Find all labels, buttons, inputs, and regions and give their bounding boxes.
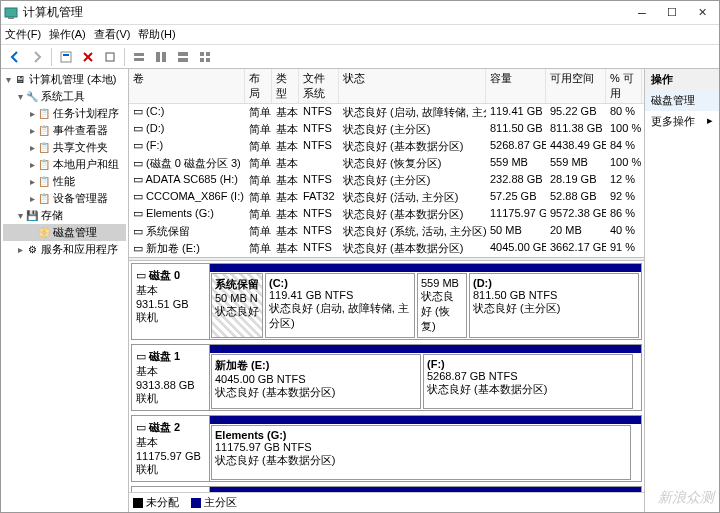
partition[interactable]: 新加卷 (E:)4045.00 GB NTFS状态良好 (基本数据分区): [211, 354, 421, 409]
volume-icon: ▭: [133, 242, 143, 254]
tree-disk-management[interactable]: 📀磁盘管理: [3, 224, 126, 241]
disk-info[interactable]: ▭ 磁盘 1基本9313.88 GB联机: [132, 345, 210, 410]
view3-button[interactable]: [173, 47, 193, 67]
svg-rect-1: [8, 17, 14, 19]
window: 计算机管理 ─ ☐ ✕ 文件(F) 操作(A) 查看(V) 帮助(H) ▾🖥计算…: [0, 0, 720, 513]
volume-row[interactable]: ▭ ADATA SC685 (H:)简单基本NTFS状态良好 (主分区)232.…: [129, 172, 644, 189]
volume-row[interactable]: ▭ 系统保留简单基本NTFS状态良好 (系统, 活动, 主分区)50 MB20 …: [129, 223, 644, 240]
main: ▾🖥计算机管理 (本地) ▾🔧系统工具 ▸📋任务计划程序▸📋事件查看器▸📋共享文…: [1, 69, 719, 512]
svg-rect-9: [178, 52, 188, 56]
volume-row[interactable]: ▭ CCCOMA_X86F (I:)简单基本FAT32状态良好 (活动, 主分区…: [129, 189, 644, 206]
center-panel: 卷布局类型文件系统状态容量可用空间% 可用 ▭ (C:)简单基本NTFS状态良好…: [129, 69, 644, 512]
item-icon: 📋: [37, 158, 51, 172]
partition[interactable]: 559 MB状态良好 (恢复): [417, 273, 467, 338]
titlebar: 计算机管理 ─ ☐ ✕: [1, 1, 719, 25]
disk-icon: ▭ 磁盘 0: [136, 268, 205, 283]
close-button[interactable]: ✕: [687, 3, 717, 23]
partition[interactable]: 系统保留50 MB N状态良好: [211, 273, 263, 338]
legend-primary-swatch: [191, 498, 201, 508]
maximize-button[interactable]: ☐: [657, 3, 687, 23]
col-header[interactable]: 状态: [339, 69, 486, 103]
tree-item[interactable]: ▸📋性能: [3, 173, 126, 190]
tree-item[interactable]: ▸📋共享文件夹: [3, 139, 126, 156]
svg-rect-5: [134, 53, 144, 56]
item-icon: 📋: [37, 141, 51, 155]
tree-system-tools[interactable]: ▾🔧系统工具: [3, 88, 126, 105]
tree-storage[interactable]: ▾💾存储: [3, 207, 126, 224]
minimize-button[interactable]: ─: [627, 3, 657, 23]
disk-graphical: ▭ 磁盘 0基本931.51 GB联机系统保留50 MB N状态良好(C:)11…: [129, 261, 644, 492]
toolbar: [1, 45, 719, 69]
menubar: 文件(F) 操作(A) 查看(V) 帮助(H): [1, 25, 719, 45]
actions-more[interactable]: 更多操作▸: [645, 111, 719, 132]
volume-icon: ▭: [133, 139, 143, 151]
svg-rect-2: [61, 52, 71, 62]
svg-rect-4: [106, 53, 114, 61]
disk-info[interactable]: ▭ 磁盘 2基本11175.97 GB联机: [132, 416, 210, 481]
refresh-button[interactable]: [100, 47, 120, 67]
volume-icon: ▭: [133, 173, 143, 185]
properties-button[interactable]: [56, 47, 76, 67]
volume-row[interactable]: ▭ (C:)简单基本NTFS状态良好 (启动, 故障转储, 主分区)119.41…: [129, 104, 644, 121]
window-buttons: ─ ☐ ✕: [627, 3, 717, 23]
tree-item[interactable]: ▸📋设备管理器: [3, 190, 126, 207]
tree-item[interactable]: ▸📋任务计划程序: [3, 105, 126, 122]
partition[interactable]: (F:)5268.87 GB NTFS状态良好 (基本数据分区): [423, 354, 633, 409]
item-icon: 📋: [37, 175, 51, 189]
tree-item[interactable]: ▸📋本地用户和组: [3, 156, 126, 173]
volume-icon: ▭: [133, 122, 143, 134]
volume-icon: ▭: [133, 207, 143, 219]
volume-row[interactable]: ▭ (磁盘 0 磁盘分区 3)简单基本状态良好 (恢复分区)559 MB559 …: [129, 155, 644, 172]
storage-icon: 💾: [25, 209, 39, 223]
volume-icon: ▭: [133, 157, 143, 169]
disk-icon: 📀: [37, 226, 51, 240]
menu-action[interactable]: 操作(A): [49, 27, 86, 42]
view1-button[interactable]: [129, 47, 149, 67]
computer-icon: 🖥: [13, 73, 27, 87]
col-header[interactable]: 文件系统: [299, 69, 339, 103]
delete-button[interactable]: [78, 47, 98, 67]
partition[interactable]: (D:)811.50 GB NTFS状态良好 (主分区): [469, 273, 639, 338]
volume-body: ▭ (C:)简单基本NTFS状态良好 (启动, 故障转储, 主分区)119.41…: [129, 104, 644, 257]
volume-row[interactable]: ▭ (F:)简单基本NTFS状态良好 (基本数据分区)5268.87 GB443…: [129, 138, 644, 155]
disk-row: ▭ 磁盘 1基本9313.88 GB联机新加卷 (E:)4045.00 GB N…: [131, 344, 642, 411]
disk-row: ▭ 磁盘 0基本931.51 GB联机系统保留50 MB N状态良好(C:)11…: [131, 263, 642, 340]
disk-info[interactable]: ▭ 磁盘 0基本931.51 GB联机: [132, 264, 210, 339]
volume-row[interactable]: ▭ Elements (G:)简单基本NTFS状态良好 (基本数据分区)1117…: [129, 206, 644, 223]
volume-icon: ▭: [133, 105, 143, 117]
view4-button[interactable]: [195, 47, 215, 67]
col-header[interactable]: 卷: [129, 69, 245, 103]
item-icon: 📋: [37, 107, 51, 121]
view2-button[interactable]: [151, 47, 171, 67]
forward-button[interactable]: [27, 47, 47, 67]
tree-services[interactable]: ▸⚙服务和应用程序: [3, 241, 126, 258]
col-header[interactable]: % 可用: [606, 69, 642, 103]
col-header[interactable]: 可用空间: [546, 69, 606, 103]
disk-icon: ▭ 磁盘 1: [136, 349, 205, 364]
tree-panel: ▾🖥计算机管理 (本地) ▾🔧系统工具 ▸📋任务计划程序▸📋事件查看器▸📋共享文…: [1, 69, 129, 512]
menu-help[interactable]: 帮助(H): [138, 27, 175, 42]
volume-row[interactable]: ▭ (D:)简单基本NTFS状态良好 (主分区)811.50 GB811.38 …: [129, 121, 644, 138]
actions-diskmgmt[interactable]: 磁盘管理: [645, 90, 719, 111]
tree-item[interactable]: ▸📋事件查看器: [3, 122, 126, 139]
item-icon: 📋: [37, 192, 51, 206]
svg-rect-12: [206, 52, 210, 56]
col-header[interactable]: 布局: [245, 69, 272, 103]
back-button[interactable]: [5, 47, 25, 67]
svg-rect-6: [134, 58, 144, 61]
menu-view[interactable]: 查看(V): [94, 27, 131, 42]
app-icon: [3, 5, 19, 21]
partition[interactable]: (C:)119.41 GB NTFS状态良好 (启动, 故障转储, 主分区): [265, 273, 415, 338]
chevron-right-icon: ▸: [707, 114, 713, 129]
col-header[interactable]: 类型: [272, 69, 299, 103]
volume-row[interactable]: ▭ 新加卷 (E:)简单基本NTFS状态良好 (基本数据分区)4045.00 G…: [129, 240, 644, 257]
col-header[interactable]: 容量: [486, 69, 546, 103]
svg-rect-3: [63, 54, 69, 56]
item-icon: 📋: [37, 124, 51, 138]
volume-list: 卷布局类型文件系统状态容量可用空间% 可用 ▭ (C:)简单基本NTFS状态良好…: [129, 69, 644, 257]
menu-file[interactable]: 文件(F): [5, 27, 41, 42]
legend-unalloc-swatch: [133, 498, 143, 508]
tree-root[interactable]: ▾🖥计算机管理 (本地): [3, 71, 126, 88]
partition[interactable]: Elements (G:)11175.97 GB NTFS状态良好 (基本数据分…: [211, 425, 631, 480]
watermark: 新浪众测: [658, 489, 714, 507]
